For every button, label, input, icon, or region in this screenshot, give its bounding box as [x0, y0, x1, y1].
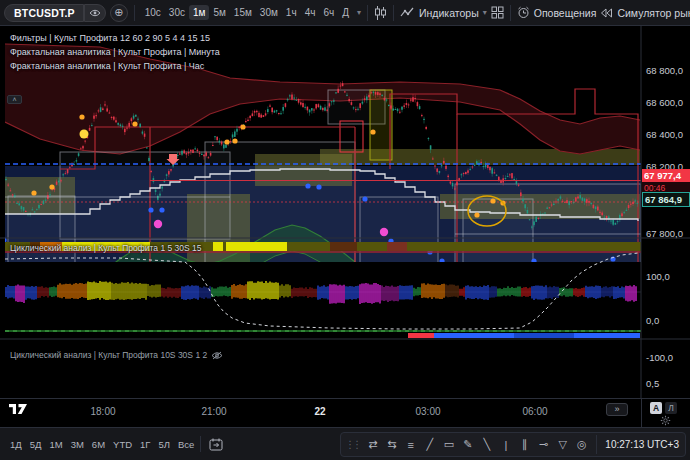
range-5Л[interactable]: 5Л [154, 437, 174, 452]
axis-corner: А Л [641, 399, 690, 428]
range-1Д[interactable]: 1Д [6, 437, 26, 452]
timeframe-5м[interactable]: 5м [209, 5, 229, 20]
auto-scale-button[interactable]: А [650, 402, 662, 414]
market-simulator-label: Симулятор рынка [617, 7, 690, 19]
drawing-tool-icon-2[interactable]: ⇆ [382, 438, 401, 451]
timeframe-30м[interactable]: 30м [256, 5, 282, 20]
timeframe-group: 10с30с1м5м15м30м1ч4ч6чД [141, 5, 353, 20]
range-YTD[interactable]: YTD [109, 437, 136, 452]
expand-panel-button[interactable]: » [606, 403, 628, 416]
drawing-tool-icon-5[interactable]: ▭ [439, 438, 458, 451]
drawing-tool-icon-9[interactable]: ∥ [515, 438, 534, 451]
time-axis[interactable]: 18:0021:002203:0006:00 » А Л [0, 398, 690, 427]
separator [510, 5, 511, 21]
eye-off-icon[interactable] [211, 351, 223, 360]
time-label-03:00: 03:00 [415, 406, 440, 417]
range-Все[interactable]: Все [174, 437, 198, 452]
alerts-button[interactable]: Оповещения [517, 6, 597, 19]
chart-style-button[interactable] [374, 6, 387, 20]
signal-dot-orange [79, 114, 84, 119]
indicators-button[interactable]: Индикаторы [400, 6, 479, 19]
separator [200, 436, 201, 452]
pane3-legend-text: Циклический анализ | Культ Профита 10S 3… [10, 348, 207, 362]
price-axis-label: 68 600,0 [646, 97, 683, 108]
signal-dot-yellow-large [80, 130, 89, 139]
tradingview-logo[interactable] [8, 402, 28, 416]
last-price-badge: 67 977,4 [642, 169, 690, 182]
range-1М[interactable]: 1М [45, 437, 66, 452]
timeframe-6ч[interactable]: 6ч [319, 5, 338, 20]
pane3-legend[interactable]: Циклический анализ | Культ Профита 10S 3… [10, 348, 223, 362]
timeframe-dropdown-icon[interactable]: ▾ [357, 8, 361, 17]
legend-collapse-button[interactable]: ˄ [7, 95, 22, 104]
signal-dot-orange [49, 184, 54, 189]
drawing-tool-icon-3[interactable]: ≡ [401, 439, 420, 451]
drawing-tool-icon-7[interactable]: ╲ [477, 438, 496, 451]
indicator-legend-filters[interactable]: Фильтры | Культ Профита 12 60 2 90 5 4 4… [10, 31, 210, 45]
trading-app: BTCUSDT.P ⊕ 10с30с1м5м15м30м1ч4ч6чД ▾ Ин… [0, 0, 690, 460]
timeframe-4ч[interactable]: 4ч [301, 5, 320, 20]
timeframe-15м[interactable]: 15м [230, 5, 256, 20]
indicators-label: Индикаторы [419, 7, 479, 19]
top-toolbar: BTCUSDT.P ⊕ 10с30с1м5м15м30м1ч4ч6чД ▾ Ин… [0, 0, 690, 26]
timeframe-10с[interactable]: 10с [141, 5, 165, 20]
signal-dot-orange [370, 129, 375, 134]
drawing-tool-icon-12[interactable]: ◎ [572, 438, 591, 451]
time-label-22: 22 [314, 406, 325, 417]
drawing-tool-icon-8[interactable]: | [496, 439, 515, 451]
signal-dot-blue [316, 184, 321, 189]
drawing-tool-icon-1[interactable]: ⇄ [363, 438, 382, 451]
price-axis-label: 0,5 [646, 378, 659, 389]
price-axis-label: 0,0 [646, 315, 659, 326]
pane2-legend[interactable]: Циклический анализ | Культ Профита 1 5 3… [10, 241, 202, 255]
timeframe-1ч[interactable]: 1ч [282, 5, 301, 20]
signal-dot-orange [232, 138, 237, 143]
signal-dot-orange [224, 139, 229, 144]
axis-settings-gear-icon[interactable] [660, 415, 671, 426]
bottom-toolbar: 1Д5Д1М3М6МYTD1Г5ЛВсе ⋮⋮ ⇄⇆≡╱▭✎╲|∥⊸▽◎ 10:… [0, 427, 690, 460]
secondary-price-badge: 67 864,9 [642, 192, 690, 207]
clock[interactable]: 10:27:13 UTC+3 [596, 435, 681, 454]
drag-handle[interactable]: ⋮⋮ [345, 439, 359, 450]
timeframe-Д[interactable]: Д [338, 5, 353, 20]
symbol-label[interactable]: BTCUSDT.P [4, 4, 84, 22]
range-5Д[interactable]: 5Д [26, 437, 46, 452]
signal-dot-orange [132, 121, 137, 126]
favorite-tools-bar: ⋮⋮ ⇄⇆≡╱▭✎╲|∥⊸▽◎ 10:27:13 UTC+3 [340, 432, 686, 457]
price-axis-label: 67 800,0 [646, 228, 683, 239]
indicator-legend-fractal-minute[interactable]: Фрактальная аналитика | Культ Профита | … [10, 45, 220, 59]
goto-date-icon[interactable] [209, 438, 223, 451]
time-label-18:00: 18:00 [90, 406, 115, 417]
price-axis-label: -100,0 [646, 352, 673, 363]
indicator-legend-fractal-hour[interactable]: Фрактальная аналитика | Культ Профита | … [10, 59, 204, 73]
log-scale-button[interactable]: Л [665, 402, 677, 414]
price-axis-label: 68 800,0 [646, 65, 683, 76]
time-label-06:00: 06:00 [522, 406, 547, 417]
indicator-templates-button[interactable] [491, 6, 504, 19]
candles-icon [374, 6, 387, 20]
timeframe-1м[interactable]: 1м [189, 5, 209, 20]
drawing-tool-icon-10[interactable]: ⊸ [534, 438, 553, 451]
tools-group: ⇄⇆≡╱▭✎╲|∥⊸▽◎ [363, 438, 591, 451]
watch-eye-icon[interactable] [84, 4, 106, 22]
range-6М[interactable]: 6М [88, 437, 109, 452]
signal-dot-pink [380, 228, 388, 236]
compare-add-button[interactable]: ⊕ [110, 4, 128, 22]
range-1Г[interactable]: 1Г [136, 437, 154, 452]
grid-templates-icon [491, 6, 504, 19]
signal-dot-orange [490, 198, 495, 203]
alerts-label: Оповещения [534, 7, 597, 19]
drawing-tool-icon-4[interactable]: ╱ [420, 438, 439, 451]
date-range-group: 1Д5Д1М3М6МYTD1Г5ЛВсе [6, 437, 198, 452]
indicators-favorites-icon[interactable]: ▾ [483, 8, 487, 17]
signal-dot-blue [148, 207, 153, 212]
chart-area[interactable]: 68 800,068 600,068 400,068 200,068 000,0… [0, 26, 690, 398]
drawing-tool-icon-11[interactable]: ▽ [553, 438, 572, 451]
range-3М[interactable]: 3М [67, 437, 88, 452]
separator [134, 5, 135, 21]
timeframe-30с[interactable]: 30с [165, 5, 189, 20]
chart-canvas[interactable]: 68 800,068 600,068 400,068 200,068 000,0… [0, 26, 690, 398]
symbol-button[interactable]: BTCUSDT.P [4, 4, 106, 22]
drawing-tool-icon-6[interactable]: ✎ [458, 438, 477, 451]
market-simulator-button[interactable]: Симулятор рынка [600, 7, 690, 19]
